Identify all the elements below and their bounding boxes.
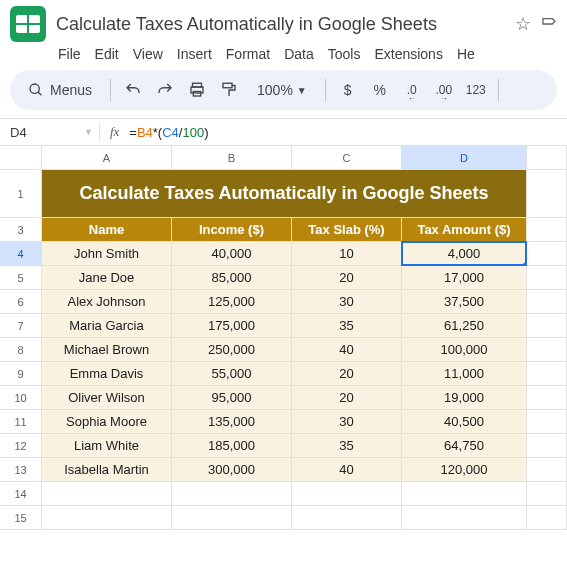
document-title[interactable]: Calculate Taxes Automatically in Google … xyxy=(56,14,437,35)
data-cell[interactable]: 185,000 xyxy=(172,434,292,458)
column-header-D[interactable]: D xyxy=(402,146,527,170)
cell-empty[interactable] xyxy=(527,482,567,506)
row-header-8[interactable]: 8 xyxy=(0,338,42,362)
decrease-decimal-button[interactable]: .0← xyxy=(398,76,426,104)
name-box[interactable]: D4 xyxy=(0,125,78,140)
undo-button[interactable] xyxy=(119,76,147,104)
data-cell[interactable]: Maria Garcia xyxy=(42,314,172,338)
cell-empty[interactable] xyxy=(527,506,567,530)
empty-cell[interactable] xyxy=(292,482,402,506)
cell-empty[interactable] xyxy=(527,362,567,386)
data-cell[interactable]: Oliver Wilson xyxy=(42,386,172,410)
data-cell[interactable]: 120,000 xyxy=(402,458,527,482)
data-cell[interactable]: 17,000 xyxy=(402,266,527,290)
empty-cell[interactable] xyxy=(402,506,527,530)
formula-input[interactable]: =B4*(C4/100) xyxy=(129,125,208,140)
row-header-13[interactable]: 13 xyxy=(0,458,42,482)
data-cell[interactable]: 11,000 xyxy=(402,362,527,386)
data-cell[interactable]: 30 xyxy=(292,290,402,314)
data-cell[interactable]: 35 xyxy=(292,314,402,338)
column-header-B[interactable]: B xyxy=(172,146,292,170)
menu-data[interactable]: Data xyxy=(284,46,314,62)
data-cell[interactable]: 20 xyxy=(292,362,402,386)
menu-file[interactable]: File xyxy=(58,46,81,62)
spreadsheet-grid[interactable]: ABCD 1Calculate Taxes Automatically in G… xyxy=(0,146,567,564)
row-header-1[interactable]: 1 xyxy=(0,170,42,218)
cell-empty[interactable] xyxy=(527,314,567,338)
data-cell[interactable]: John Smith xyxy=(42,242,172,266)
column-header-C[interactable]: C xyxy=(292,146,402,170)
row-header-7[interactable]: 7 xyxy=(0,314,42,338)
column-header-A[interactable]: A xyxy=(42,146,172,170)
cell-empty[interactable] xyxy=(527,170,567,218)
data-cell[interactable]: 37,500 xyxy=(402,290,527,314)
data-cell[interactable]: 20 xyxy=(292,386,402,410)
header-cell[interactable]: Income ($) xyxy=(172,218,292,242)
data-cell[interactable]: 10 xyxy=(292,242,402,266)
empty-cell[interactable] xyxy=(292,506,402,530)
data-cell[interactable]: 95,000 xyxy=(172,386,292,410)
data-cell[interactable]: 85,000 xyxy=(172,266,292,290)
row-header-14[interactable]: 14 xyxy=(0,482,42,506)
sheet-title-cell[interactable]: Calculate Taxes Automatically in Google … xyxy=(42,170,527,218)
header-cell[interactable]: Tax Slab (%) xyxy=(292,218,402,242)
data-cell[interactable]: 125,000 xyxy=(172,290,292,314)
more-formats-button[interactable]: 123 xyxy=(462,76,490,104)
cell-empty[interactable] xyxy=(527,410,567,434)
cell-empty[interactable] xyxy=(527,386,567,410)
data-cell[interactable]: 135,000 xyxy=(172,410,292,434)
data-cell[interactable]: 35 xyxy=(292,434,402,458)
menus-search[interactable]: Menus xyxy=(18,76,102,104)
move-icon[interactable] xyxy=(541,14,557,34)
menu-format[interactable]: Format xyxy=(226,46,270,62)
cell-empty[interactable] xyxy=(527,338,567,362)
empty-cell[interactable] xyxy=(42,482,172,506)
data-cell[interactable]: Emma Davis xyxy=(42,362,172,386)
data-cell[interactable]: 40 xyxy=(292,458,402,482)
name-box-dropdown-icon[interactable]: ▼ xyxy=(78,127,99,137)
menu-view[interactable]: View xyxy=(133,46,163,62)
data-cell[interactable]: Liam White xyxy=(42,434,172,458)
data-cell[interactable]: 40 xyxy=(292,338,402,362)
star-icon[interactable]: ☆ xyxy=(515,13,531,35)
row-header-9[interactable]: 9 xyxy=(0,362,42,386)
percent-button[interactable]: % xyxy=(366,76,394,104)
data-cell[interactable]: 4,000 xyxy=(402,242,527,266)
header-cell[interactable]: Name xyxy=(42,218,172,242)
data-cell[interactable]: 250,000 xyxy=(172,338,292,362)
row-header-10[interactable]: 10 xyxy=(0,386,42,410)
menu-insert[interactable]: Insert xyxy=(177,46,212,62)
empty-cell[interactable] xyxy=(172,482,292,506)
data-cell[interactable]: 64,750 xyxy=(402,434,527,458)
data-cell[interactable]: 175,000 xyxy=(172,314,292,338)
redo-button[interactable] xyxy=(151,76,179,104)
row-header-12[interactable]: 12 xyxy=(0,434,42,458)
data-cell[interactable]: Isabella Martin xyxy=(42,458,172,482)
empty-cell[interactable] xyxy=(42,506,172,530)
cell-empty[interactable] xyxy=(527,290,567,314)
cell-empty[interactable] xyxy=(527,434,567,458)
menu-edit[interactable]: Edit xyxy=(95,46,119,62)
select-all-corner[interactable] xyxy=(0,146,42,170)
data-cell[interactable]: 40,500 xyxy=(402,410,527,434)
cell-empty[interactable] xyxy=(527,242,567,266)
cell-empty[interactable] xyxy=(527,218,567,242)
data-cell[interactable]: 55,000 xyxy=(172,362,292,386)
data-cell[interactable]: 100,000 xyxy=(402,338,527,362)
menu-extensions[interactable]: Extensions xyxy=(374,46,442,62)
increase-decimal-button[interactable]: .00→ xyxy=(430,76,458,104)
data-cell[interactable]: 61,250 xyxy=(402,314,527,338)
empty-cell[interactable] xyxy=(172,506,292,530)
data-cell[interactable]: 30 xyxy=(292,410,402,434)
data-cell[interactable]: 300,000 xyxy=(172,458,292,482)
header-cell[interactable]: Tax Amount ($) xyxy=(402,218,527,242)
row-header-11[interactable]: 11 xyxy=(0,410,42,434)
currency-button[interactable]: $ xyxy=(334,76,362,104)
row-header-5[interactable]: 5 xyxy=(0,266,42,290)
data-cell[interactable]: Sophia Moore xyxy=(42,410,172,434)
data-cell[interactable]: 40,000 xyxy=(172,242,292,266)
cell-empty[interactable] xyxy=(527,266,567,290)
empty-cell[interactable] xyxy=(402,482,527,506)
menu-tools[interactable]: Tools xyxy=(328,46,361,62)
zoom-dropdown[interactable]: 100% ▼ xyxy=(247,76,317,104)
